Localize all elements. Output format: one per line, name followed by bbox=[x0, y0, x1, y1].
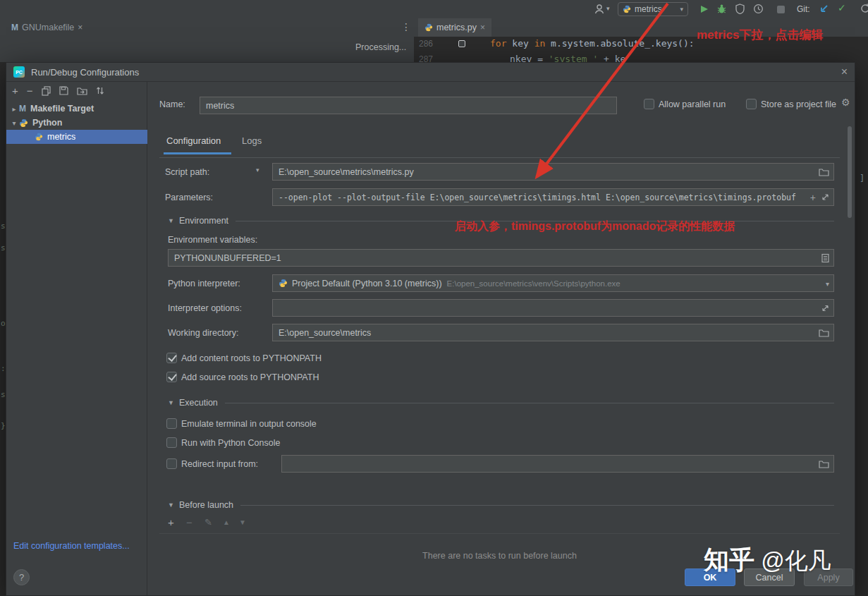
configurations-panel: + − ▸ M Makefile Target ▾ Python metrics bbox=[6, 82, 147, 595]
interpreter-name: Project Default (Python 3.10 (metrics)) bbox=[292, 279, 442, 288]
chevron-right-icon[interactable]: ▸ bbox=[9, 105, 19, 113]
redirect-input-checkbox[interactable] bbox=[166, 458, 177, 469]
content-roots-checkbox[interactable] bbox=[166, 353, 177, 363]
env-vars-value: PYTHONUNBUFFERED=1 bbox=[174, 253, 281, 263]
python-icon bbox=[424, 23, 433, 32]
expand-icon[interactable] bbox=[821, 304, 829, 312]
section-triangle-icon[interactable]: ▼ bbox=[168, 217, 174, 224]
copy-icon[interactable] bbox=[42, 86, 51, 96]
help-button[interactable]: ? bbox=[13, 569, 30, 585]
scrollbar-thumb[interactable] bbox=[848, 126, 852, 218]
content-roots-label: Add content roots to PYTHONPATH bbox=[181, 353, 322, 363]
tab-configuration[interactable]: Configuration bbox=[166, 135, 221, 146]
edit-templates-link[interactable]: Edit configuration templates... bbox=[13, 541, 130, 551]
watermark-user: @化凡 bbox=[754, 547, 831, 573]
python-icon bbox=[19, 118, 28, 128]
edge-glyph: s bbox=[1, 221, 6, 231]
code-text: key bbox=[506, 38, 534, 49]
browse-variables-icon[interactable] bbox=[821, 253, 829, 262]
coverage-icon[interactable] bbox=[735, 4, 745, 14]
close-icon[interactable]: × bbox=[480, 23, 485, 32]
makefile-icon: M bbox=[19, 104, 26, 114]
add-task-icon[interactable]: + bbox=[168, 516, 174, 528]
watermark: 知乎 @化凡 bbox=[704, 543, 831, 578]
commit-icon[interactable]: ✓ bbox=[838, 2, 846, 13]
annotation-parameters: 启动入参，timings.protobuf为monado记录的性能数据 bbox=[455, 219, 735, 234]
dialog-titlebar[interactable]: PC Run/Debug Configurations × bbox=[6, 63, 855, 82]
fold-icon[interactable] bbox=[458, 40, 465, 47]
python-console-checkbox[interactable] bbox=[166, 437, 177, 448]
save-icon[interactable] bbox=[59, 86, 68, 95]
edge-glyph: } bbox=[1, 421, 6, 430]
allow-parallel-run-checkbox[interactable] bbox=[644, 99, 654, 109]
code-keyword: for bbox=[490, 38, 506, 49]
folder-icon[interactable] bbox=[819, 329, 829, 337]
tab-metrics-py[interactable]: metrics.py × bbox=[418, 18, 491, 37]
tabs-separator bbox=[159, 157, 840, 158]
edge-bracket: ] bbox=[860, 174, 864, 183]
run-icon[interactable] bbox=[701, 6, 708, 13]
source-roots-label: Add source roots to PYTHONPATH bbox=[181, 372, 319, 382]
redirect-input-field[interactable] bbox=[281, 455, 834, 473]
update-project-icon[interactable] bbox=[819, 4, 829, 13]
section-environment-label: Environment bbox=[179, 216, 228, 226]
run-config-select[interactable]: metrics ▾ bbox=[618, 2, 688, 16]
tab-logs[interactable]: Logs bbox=[242, 135, 262, 146]
expand-icon[interactable] bbox=[821, 193, 829, 201]
emulate-terminal-label: Emulate terminal in output console bbox=[181, 419, 317, 429]
add-macro-icon[interactable]: + bbox=[810, 192, 816, 203]
working-directory-value: E:\open_source\metrics bbox=[279, 328, 371, 338]
chevron-down-icon[interactable]: ▾ bbox=[826, 279, 829, 287]
python-icon bbox=[35, 133, 43, 141]
processing-status: Processing... bbox=[355, 42, 406, 52]
ide-titlebar: ▾ metrics ▾ Git: ✓ bbox=[0, 0, 868, 18]
tree-item-metrics[interactable]: metrics bbox=[6, 130, 147, 144]
interpreter-path: E:\open_source\metrics\venv\Scripts\pyth… bbox=[447, 279, 621, 288]
interpreter-label: Python interpreter: bbox=[168, 279, 240, 288]
tree-item-label: metrics bbox=[47, 132, 75, 142]
section-before-launch[interactable]: ▼ Before launch bbox=[168, 499, 834, 511]
folder-icon[interactable] bbox=[819, 460, 829, 468]
chevron-down-icon[interactable]: ▾ bbox=[9, 119, 19, 127]
parameters-label: Parameters: bbox=[165, 193, 213, 202]
working-directory-input[interactable]: E:\open_source\metrics bbox=[272, 324, 834, 341]
parameters-input[interactable]: --open-plot --plot-output-file E:\open_s… bbox=[272, 188, 834, 206]
move-down-icon: ▼ bbox=[239, 518, 246, 526]
folder-icon[interactable] bbox=[819, 168, 829, 176]
more-icon[interactable]: ⋮ bbox=[401, 22, 411, 32]
close-icon[interactable]: × bbox=[841, 66, 848, 78]
remove-icon[interactable]: − bbox=[27, 85, 33, 97]
emulate-terminal-checkbox[interactable] bbox=[166, 418, 177, 429]
debug-icon[interactable] bbox=[716, 4, 727, 14]
gear-icon[interactable]: ⚙ bbox=[841, 97, 850, 108]
section-before-launch-label: Before launch bbox=[179, 500, 233, 510]
interpreter-options-input[interactable] bbox=[272, 299, 834, 317]
store-as-project-file-checkbox[interactable] bbox=[746, 99, 757, 109]
python-icon bbox=[623, 5, 631, 13]
user-icon[interactable] bbox=[594, 4, 605, 15]
section-triangle-icon[interactable]: ▼ bbox=[168, 399, 174, 406]
section-execution[interactable]: ▼ Execution bbox=[168, 397, 834, 408]
interpreter-select[interactable]: Project Default (Python 3.10 (metrics)) … bbox=[272, 274, 834, 292]
tab-gnumakefile-label: GNUmakefile bbox=[22, 23, 74, 32]
move-to-folder-icon[interactable] bbox=[77, 87, 87, 95]
add-icon[interactable]: + bbox=[12, 85, 18, 97]
tree-item-makefile-target[interactable]: ▸ M Makefile Target bbox=[6, 102, 147, 116]
tree-item-python[interactable]: ▾ Python bbox=[6, 116, 147, 130]
history-icon[interactable] bbox=[860, 4, 868, 13]
section-rule bbox=[240, 505, 834, 506]
tree-item-label: Python bbox=[32, 118, 62, 128]
profiler-icon[interactable] bbox=[753, 4, 764, 14]
name-input[interactable]: metrics bbox=[200, 97, 617, 114]
close-icon[interactable]: × bbox=[78, 23, 82, 32]
parameters-value: --open-plot --plot-output-file E:\open_s… bbox=[279, 193, 796, 202]
section-triangle-icon[interactable]: ▼ bbox=[168, 501, 174, 509]
sort-icon[interactable] bbox=[96, 86, 104, 95]
run-config-label: metrics bbox=[635, 4, 662, 14]
script-path-input[interactable]: E:\open_source\metrics\metrics.py bbox=[272, 163, 834, 181]
env-vars-input[interactable]: PYTHONUNBUFFERED=1 bbox=[168, 249, 834, 267]
source-roots-checkbox[interactable] bbox=[166, 372, 177, 382]
tab-gnumakefile[interactable]: M GNUmakefile × bbox=[6, 18, 88, 37]
user-caret-icon[interactable]: ▾ bbox=[606, 6, 610, 12]
script-path-dropdown-icon[interactable]: ▾ bbox=[256, 166, 259, 174]
